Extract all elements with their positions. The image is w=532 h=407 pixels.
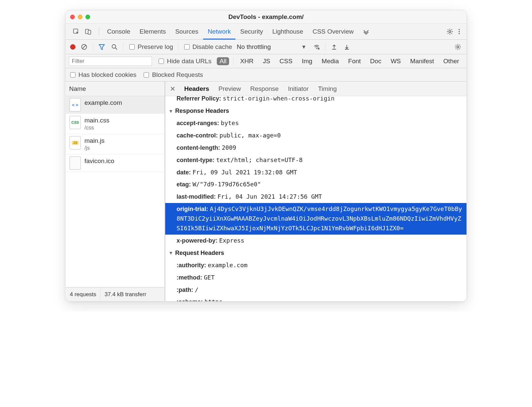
header-value: Aj4DysCv3VjknU3jJvkDEwnQZK/vmse4rdd8jZog… xyxy=(177,205,462,232)
section-response-headers[interactable]: ▼Response Headers xyxy=(165,105,466,117)
devtools-window: DevTools - example.com/ ConsoleElementsS… xyxy=(65,10,467,302)
tab-console[interactable]: Console xyxy=(102,24,135,40)
header-row[interactable]: :path: / xyxy=(165,284,466,296)
inspect-element-icon[interactable] xyxy=(72,28,80,36)
svg-point-11 xyxy=(316,48,317,49)
header-row[interactable]: date: Fri, 09 Jul 2021 19:32:08 GMT xyxy=(165,166,466,179)
header-row[interactable]: :method: GET xyxy=(165,272,466,284)
kebab-menu-icon[interactable] xyxy=(455,28,463,36)
request-row[interactable]: example.com xyxy=(66,96,165,114)
detail-tab-initiator[interactable]: Initiator xyxy=(288,85,309,93)
disable-cache-checkbox[interactable]: Disable cache xyxy=(183,43,232,51)
search-icon[interactable] xyxy=(110,43,118,51)
header-row[interactable]: content-length: 2009 xyxy=(165,142,466,154)
header-row[interactable]: etag: W/"7d9-179d76c65e0" xyxy=(165,178,466,191)
filter-type-css[interactable]: CSS xyxy=(277,57,295,65)
request-row[interactable]: main.js/js xyxy=(66,134,165,154)
request-list-panel: Name example.commain.css/cssmain.js/jsfa… xyxy=(66,82,165,301)
detail-tab-response[interactable]: Response xyxy=(250,85,279,93)
blocked-requests-label: Blocked Requests xyxy=(152,71,203,79)
close-detail-icon[interactable]: ✕ xyxy=(170,85,176,93)
section-title: Response Headers xyxy=(175,107,229,114)
settings-gear-icon[interactable] xyxy=(446,28,454,36)
filter-type-other[interactable]: Other xyxy=(441,57,462,65)
filter-input[interactable] xyxy=(69,57,152,66)
throttling-select[interactable]: No throttling xyxy=(237,43,271,51)
header-row[interactable]: :scheme: https xyxy=(165,296,466,301)
request-name: favicon.ico xyxy=(84,157,114,165)
name-column-label: Name xyxy=(69,85,86,93)
header-value: public, max-age=0 xyxy=(219,132,281,139)
filter-type-ws[interactable]: WS xyxy=(388,57,404,65)
minimize-window-button[interactable] xyxy=(78,15,82,19)
filter-bar: Hide data URLs AllXHRJSCSSImgMediaFontDo… xyxy=(66,54,466,68)
hide-data-urls-checkbox[interactable]: Hide data URLs xyxy=(157,58,211,65)
export-har-icon[interactable] xyxy=(343,43,351,51)
svg-line-10 xyxy=(115,48,117,50)
tab-network[interactable]: Network xyxy=(203,24,236,40)
throttling-caret-icon[interactable]: ▾ xyxy=(300,43,308,51)
header-value: text/html; charset=UTF-8 xyxy=(216,156,303,163)
tab-elements[interactable]: Elements xyxy=(135,24,171,40)
detail-tab-preview[interactable]: Preview xyxy=(218,85,241,93)
filter-type-all[interactable]: All xyxy=(217,57,229,65)
filter-type-manifest[interactable]: Manifest xyxy=(408,57,437,65)
filter-type-media[interactable]: Media xyxy=(319,57,341,65)
tab-lighthouse[interactable]: Lighthouse xyxy=(268,24,308,40)
filter-type-font[interactable]: Font xyxy=(345,57,363,65)
detail-tab-headers[interactable]: Headers xyxy=(184,85,209,93)
has-blocked-cookies-checkbox[interactable]: Has blocked cookies xyxy=(69,71,136,79)
filter-toggle-icon[interactable] xyxy=(98,43,106,51)
tab-css-overview[interactable]: CSS Overview xyxy=(308,24,358,40)
clear-icon[interactable] xyxy=(80,43,88,51)
filter-type-js[interactable]: JS xyxy=(260,57,273,65)
request-list-header[interactable]: Name xyxy=(66,82,165,96)
record-button[interactable] xyxy=(70,44,75,50)
more-tabs-icon[interactable] xyxy=(362,28,370,36)
blocked-requests-checkbox[interactable]: Blocked Requests xyxy=(142,71,203,79)
network-settings-gear-icon[interactable] xyxy=(454,43,462,51)
request-list: example.commain.css/cssmain.js/jsfavicon… xyxy=(66,96,165,287)
header-key: content-length: xyxy=(177,144,220,151)
header-row[interactable]: :authority: example.com xyxy=(165,259,466,272)
file-type-icon xyxy=(69,99,81,111)
request-path: /js xyxy=(84,145,104,151)
network-conditions-icon[interactable] xyxy=(313,43,321,51)
disable-cache-label: Disable cache xyxy=(193,43,232,51)
tab-sources[interactable]: Sources xyxy=(171,24,203,40)
file-type-icon xyxy=(69,157,81,169)
preserve-log-checkbox[interactable]: Preserve log xyxy=(128,43,173,51)
header-row[interactable]: accept-ranges: bytes xyxy=(165,117,466,129)
filter-type-xhr[interactable]: XHR xyxy=(237,57,256,65)
header-row[interactable]: cache-control: public, max-age=0 xyxy=(165,129,466,142)
file-type-icon xyxy=(69,116,81,128)
tab-security[interactable]: Security xyxy=(235,24,268,40)
request-row[interactable]: favicon.ico xyxy=(66,154,165,172)
header-row[interactable]: x-powered-by: Express xyxy=(165,235,466,247)
header-row[interactable]: content-type: text/html; charset=UTF-8 xyxy=(165,154,466,166)
request-row[interactable]: main.css/css xyxy=(66,114,165,134)
detail-tab-strip: ✕ HeadersPreviewResponseInitiatorTiming xyxy=(165,82,466,96)
header-key: content-type: xyxy=(177,157,214,163)
header-value: https xyxy=(204,298,222,301)
section-request-headers[interactable]: ▼Request Headers xyxy=(165,247,466,259)
status-transfer: 37.4 kB transferr xyxy=(100,288,165,301)
header-row[interactable]: origin-trial: Aj4DysCv3VjknU3jJvkDEwnQZK… xyxy=(165,203,466,235)
detail-tab-timing[interactable]: Timing xyxy=(318,85,336,93)
header-value: Express xyxy=(219,237,244,244)
svg-point-5 xyxy=(459,31,460,32)
headers-body[interactable]: Referrer Policy: strict-origin-when-cros… xyxy=(165,96,466,301)
has-blocked-cookies-label: Has blocked cookies xyxy=(78,71,136,79)
device-toolbar-icon[interactable] xyxy=(84,28,92,36)
filter-type-img[interactable]: Img xyxy=(299,57,315,65)
titlebar: DevTools - example.com/ xyxy=(66,10,466,24)
import-har-icon[interactable] xyxy=(330,43,338,51)
request-name: main.css xyxy=(84,116,109,124)
header-key: :method: xyxy=(177,274,202,281)
maximize-window-button[interactable] xyxy=(85,15,90,19)
header-row[interactable]: last-modified: Fri, 04 Jun 2021 14:27:56… xyxy=(165,191,466,203)
filter-type-doc[interactable]: Doc xyxy=(367,57,384,65)
close-window-button[interactable] xyxy=(70,15,75,19)
svg-point-6 xyxy=(459,33,460,34)
window-title: DevTools - example.com/ xyxy=(70,13,462,21)
